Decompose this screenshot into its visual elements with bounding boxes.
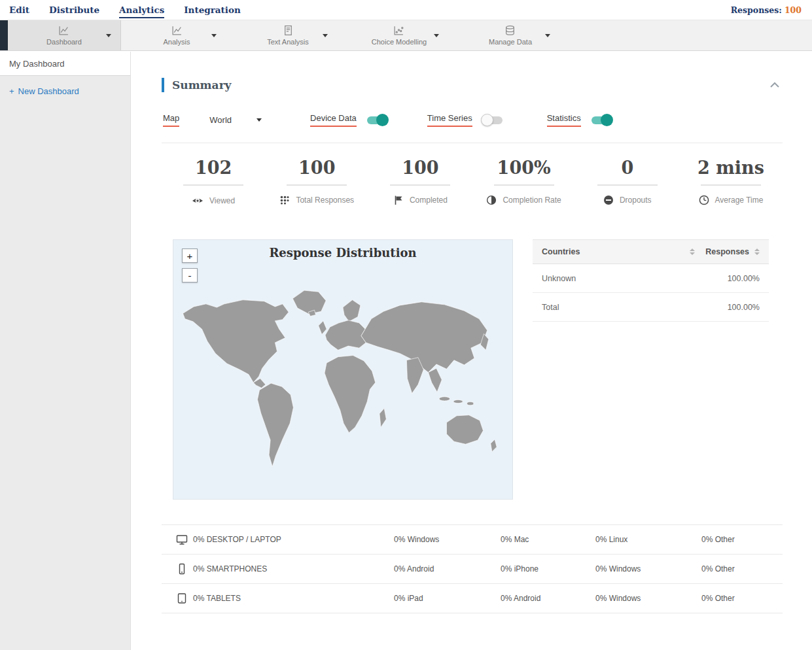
stats-row: 102 Viewed 100 Total Responses 100 <box>162 158 783 207</box>
top-nav: Edit Distribute Analytics Integration Re… <box>0 0 812 20</box>
device-stat: 0% Windows <box>394 535 501 544</box>
desktop-icon <box>162 533 193 546</box>
responses-column-header[interactable]: Responses <box>705 247 749 256</box>
stat-completed: 100 Completed <box>368 158 472 207</box>
nav-item-edit[interactable]: Edit <box>9 1 29 18</box>
stat-value: 100% <box>497 158 551 178</box>
table-row: Unknown 100.00% <box>533 264 769 293</box>
stat-underline <box>183 184 243 186</box>
countries-table-header: Countries Responses <box>533 239 769 264</box>
main-content: Summary Map World Device Data Time Serie… <box>147 52 812 650</box>
stat-completion-rate: 100% Completion Rate <box>472 158 576 207</box>
toolbar-left-edge <box>0 20 8 50</box>
stat-label: Average Time <box>715 196 764 205</box>
stat-viewed: 102 Viewed <box>162 158 265 207</box>
time-series-toggle[interactable] <box>483 116 503 124</box>
stat-dropouts: 0 Dropouts <box>576 158 679 207</box>
device-stat: 0% Mac <box>501 535 595 544</box>
database-icon <box>504 25 516 36</box>
new-dashboard-label: New Dashboard <box>18 86 79 96</box>
clock-icon <box>699 195 709 205</box>
smartphone-icon <box>162 562 193 575</box>
chevron-down-icon[interactable] <box>106 34 111 37</box>
map-region-select[interactable]: World <box>209 115 262 125</box>
sidebar-item-my-dashboard[interactable]: My Dashboard <box>0 52 130 76</box>
toolbar-item-choice-modelling[interactable]: Choice Modelling <box>344 20 455 50</box>
nav-item-integration[interactable]: Integration <box>184 1 240 18</box>
tablet-icon <box>162 592 193 605</box>
toolbar-item-text-analysis[interactable]: Text Analysis <box>232 20 344 50</box>
section-title: Summary <box>172 78 767 92</box>
divider <box>162 143 783 143</box>
country-name: Unknown <box>542 274 576 283</box>
device-stat: 0% Android <box>501 594 595 603</box>
stat-label: Viewed <box>209 196 235 205</box>
stat-underline <box>287 184 347 186</box>
chevron-down-icon[interactable] <box>323 34 328 37</box>
toolbar-item-dashboard[interactable]: Dashboard <box>8 20 121 50</box>
collapse-section-button[interactable] <box>767 77 783 94</box>
sort-icon[interactable] <box>754 248 760 255</box>
stat-label: Dropouts <box>620 196 652 205</box>
nav-item-distribute[interactable]: Distribute <box>49 1 99 18</box>
stat-label: Total Responses <box>296 196 354 205</box>
time-series-label: Time Series <box>427 113 472 127</box>
toggle-knob <box>481 114 493 126</box>
toolbar-item-label: Dashboard <box>46 38 82 46</box>
table-row: 0% TABLETS 0% iPad 0% Android 0% Windows… <box>162 584 783 613</box>
toggle-knob <box>376 114 389 126</box>
device-stat: 0% Android <box>394 564 501 573</box>
analytics-toolbar: Dashboard Analysis Text Analysis Choice … <box>0 20 812 51</box>
stat-total-responses: 100 Total Responses <box>265 158 368 207</box>
toolbar-item-label: Choice Modelling <box>372 38 427 46</box>
toolbar-item-analysis[interactable]: Analysis <box>121 20 232 50</box>
chevron-down-icon[interactable] <box>434 34 439 37</box>
device-stat: 0% iPad <box>394 594 501 603</box>
toolbar-item-manage-data[interactable]: Manage Data <box>455 20 566 50</box>
countries-table: Countries Responses Unknown 100.00% Tota… <box>533 239 769 500</box>
table-row: Total 100.00% <box>533 293 769 322</box>
chevron-down-icon[interactable] <box>211 34 217 37</box>
world-map[interactable] <box>173 270 512 495</box>
stat-underline <box>701 184 761 186</box>
choice-modelling-icon <box>393 25 404 36</box>
statistics-toggle[interactable] <box>591 116 611 124</box>
device-data-toggle[interactable] <box>367 116 387 124</box>
stat-average-time: 2 mins Average Time <box>679 158 783 207</box>
toggle-knob <box>601 114 613 126</box>
table-row: 0% SMARTPHONES 0% Android 0% iPhone 0% W… <box>162 555 783 584</box>
device-data-label: Device Data <box>310 113 357 127</box>
dashboard-sidebar: My Dashboard + New Dashboard <box>0 52 131 650</box>
map-section: Response Distribution + - <box>162 239 783 500</box>
device-label: 0% SMARTPHONES <box>193 564 394 573</box>
stat-value: 100 <box>402 158 438 178</box>
line-chart-icon <box>58 25 69 36</box>
half-circle-icon <box>486 195 497 205</box>
map-region-value: World <box>209 115 232 125</box>
flag-icon <box>393 195 404 205</box>
device-stat: 0% Other <box>701 535 783 544</box>
toolbar-item-label: Manage Data <box>489 38 532 46</box>
stat-underline <box>390 184 450 186</box>
map-label: Map <box>163 113 179 127</box>
stat-label: Completion Rate <box>503 196 561 205</box>
device-stat: 0% iPhone <box>501 564 595 573</box>
text-analysis-icon <box>283 25 294 36</box>
sidebar-item-label: My Dashboard <box>9 59 65 69</box>
stat-value: 0 <box>621 158 633 178</box>
nav-item-analytics[interactable]: Analytics <box>119 1 164 18</box>
chevron-down-icon[interactable] <box>545 34 550 37</box>
device-stat: 0% Linux <box>595 535 701 544</box>
dots-grid-icon <box>279 195 290 205</box>
device-stat: 0% Other <box>701 594 783 603</box>
table-row: 0% DESKTOP / LAPTOP 0% Windows 0% Mac 0%… <box>162 525 783 555</box>
device-stat: 0% Windows <box>595 594 701 603</box>
section-accent-bar <box>162 78 164 92</box>
map-title: Response Distribution <box>173 246 512 260</box>
statistics-label: Statistics <box>547 113 581 127</box>
countries-column-header[interactable]: Countries <box>542 247 684 256</box>
zoom-in-button[interactable]: + <box>182 248 198 263</box>
new-dashboard-button[interactable]: + New Dashboard <box>9 86 130 96</box>
device-label: 0% TABLETS <box>193 594 394 603</box>
sort-icon[interactable] <box>690 248 695 255</box>
